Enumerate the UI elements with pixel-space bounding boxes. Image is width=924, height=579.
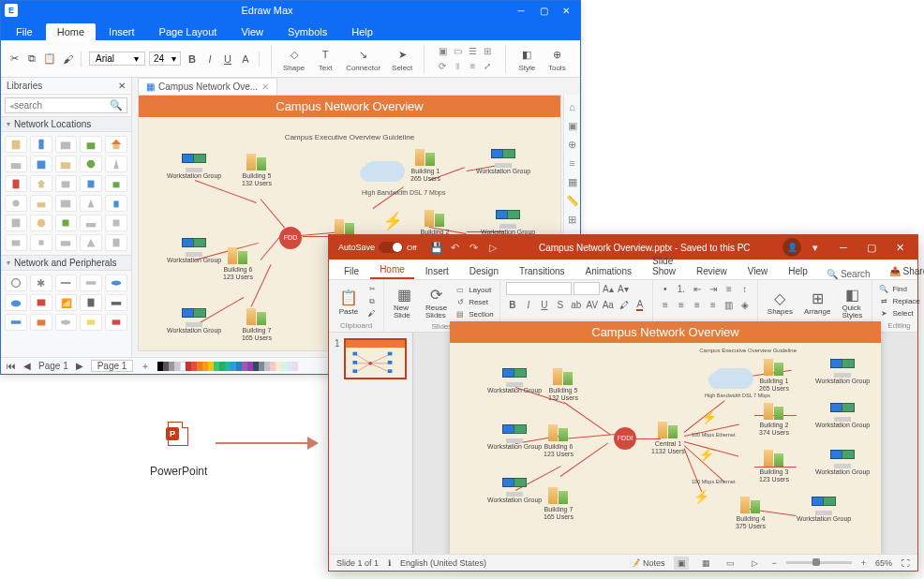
bold-icon[interactable]: B	[506, 298, 519, 311]
maximize-button[interactable]: ▢	[533, 3, 554, 18]
shape-generic11[interactable]	[55, 215, 78, 231]
underline-icon[interactable]: U	[538, 298, 551, 311]
shape-generic17[interactable]	[80, 234, 102, 251]
doc-tab-close-icon[interactable]: ✕	[261, 82, 269, 92]
category-network-locations[interactable]: ▾Network Locations	[1, 116, 131, 132]
text-dir-icon[interactable]: ↕	[738, 282, 752, 295]
indent-inc-icon[interactable]: ⇥	[707, 282, 720, 295]
shape-tool[interactable]: ◇Shape	[279, 45, 308, 72]
text-tool[interactable]: TText	[312, 45, 338, 72]
pp-tab-transitions[interactable]: Transitions	[510, 263, 574, 279]
document-tab[interactable]: ▦ Campus Network Ove... ✕	[138, 78, 277, 95]
pp-font-size-select[interactable]	[574, 282, 600, 295]
s-node-wg-ml[interactable]: Workstation Group	[487, 423, 542, 451]
node-fdd[interactable]: FDD	[279, 227, 302, 249]
shape-factory[interactable]	[5, 156, 27, 172]
slide-thumbnail-1[interactable]	[344, 338, 407, 379]
align-center-icon[interactable]: ≡	[675, 298, 688, 311]
layers-icon[interactable]: ≡	[466, 60, 479, 73]
shape-star[interactable]: ✱	[30, 275, 52, 291]
page-tab[interactable]: Page 1	[91, 360, 134, 372]
italic-icon[interactable]: I	[522, 298, 535, 311]
line-spacing-icon[interactable]: ≡	[723, 282, 736, 295]
shape-generic7[interactable]	[80, 195, 102, 212]
node-workstation-group-4[interactable]: Workstation Group	[481, 208, 535, 236]
tab-insert[interactable]: Insert	[97, 23, 146, 40]
font-family-select[interactable]: Arial▾	[89, 52, 145, 66]
undo-icon[interactable]: ↶	[449, 241, 462, 254]
copy-button[interactable]: ⧉	[366, 296, 378, 307]
pp-tab-animations[interactable]: Animations	[576, 263, 641, 279]
tab-symbols[interactable]: Symbols	[276, 23, 338, 40]
account-avatar[interactable]: 👤	[782, 238, 801, 257]
s-node-wg-br[interactable]: Workstation Group	[815, 448, 870, 476]
group-icon[interactable]: ⊞	[481, 45, 494, 58]
pp-tab-home[interactable]: Home	[370, 261, 414, 279]
shape-router[interactable]	[105, 275, 127, 291]
pp-tab-design[interactable]: Design	[460, 263, 508, 279]
node-building-7[interactable]: Building 7165 Users	[242, 306, 272, 341]
font-color-icon[interactable]: A	[633, 298, 647, 311]
shape-generic13[interactable]	[105, 215, 127, 231]
pp-tab-insert[interactable]: Insert	[416, 263, 458, 279]
font-color-icon[interactable]: A	[238, 52, 253, 67]
shape-datacenter[interactable]	[30, 156, 52, 172]
shape-server[interactable]	[80, 294, 102, 311]
zoom-in-icon[interactable]: +	[861, 558, 866, 568]
cut-button[interactable]: ✂	[366, 284, 378, 295]
layout-button[interactable]: ▭Layout	[455, 284, 494, 295]
tab-page-layout[interactable]: Page Layout	[148, 23, 229, 40]
shape-hub[interactable]	[5, 314, 27, 331]
pp-tab-help[interactable]: Help	[779, 263, 817, 279]
copy-icon[interactable]: ⧉	[24, 52, 39, 67]
replace-button[interactable]: ⇄Replace	[878, 296, 919, 307]
s-node-fddi[interactable]: FDDI	[614, 427, 636, 450]
page-nav-first-icon[interactable]: ⏮	[7, 361, 16, 371]
node-cloud[interactable]	[364, 161, 401, 182]
node-building-1[interactable]: Building 1265 Users	[410, 147, 440, 182]
italic-icon[interactable]: I	[202, 52, 217, 67]
normal-view-icon[interactable]: ▣	[674, 557, 689, 570]
minimize-button[interactable]: ─	[829, 235, 857, 260]
smartart-icon[interactable]: ◈	[738, 298, 752, 311]
s-node-bolt[interactable]: ⚡	[701, 410, 717, 424]
tab-home[interactable]: Home	[46, 23, 96, 40]
fit-icon[interactable]: ▣	[566, 119, 579, 132]
slideshow-icon[interactable]: ▷	[486, 241, 499, 254]
ruler-icon[interactable]: 📏	[566, 194, 579, 207]
shape-generic6[interactable]	[55, 195, 78, 212]
language-indicator[interactable]: English (United States)	[400, 558, 486, 568]
tab-file[interactable]: File	[5, 23, 44, 40]
library-search-input[interactable]	[14, 100, 110, 111]
pp-tab-slideshow[interactable]: Slide Show	[643, 253, 685, 279]
shape-generic15[interactable]	[30, 234, 52, 251]
shape-generic9[interactable]	[5, 215, 27, 231]
zoom-out-icon[interactable]: −	[771, 558, 776, 568]
arrange-button[interactable]: ⊞Arrange	[800, 286, 834, 318]
pp-tab-view[interactable]: View	[738, 263, 778, 279]
color-palette[interactable]	[157, 362, 298, 371]
shape-ring[interactable]	[5, 275, 27, 291]
s-node-b4[interactable]: Building 4375 Users	[736, 495, 766, 529]
new-slide-button[interactable]: ▦New Slide	[390, 282, 418, 321]
shape-generic18[interactable]	[105, 234, 127, 251]
s-node-cloud[interactable]	[712, 368, 750, 389]
format-painter-button[interactable]: 🖌	[366, 308, 378, 319]
s-node-wg-mr[interactable]: Workstation Group	[815, 401, 870, 429]
strike-icon[interactable]: S	[554, 298, 567, 311]
columns-icon[interactable]: ▥	[723, 298, 736, 311]
paste-button[interactable]: 📋Paste	[335, 286, 363, 318]
s-node-bolt2[interactable]: ⚡	[698, 448, 714, 462]
s-node-wg-tl[interactable]: Workstation Group	[487, 366, 542, 394]
slide-1[interactable]: Campus Network Overview Campus Executive…	[450, 321, 881, 565]
category-network-peripherals[interactable]: ▾Network and Peripherals	[1, 255, 131, 271]
section-button[interactable]: ▤Section	[455, 308, 494, 319]
shape-tower[interactable]	[30, 136, 52, 153]
s-node-wg-br2[interactable]: Workstation Group	[797, 495, 851, 523]
sorter-view-icon[interactable]: ▦	[698, 557, 713, 570]
s-node-b3[interactable]: Building 3123 Users	[759, 448, 789, 482]
grow-font-icon[interactable]: A▴	[602, 282, 615, 295]
panel-close-icon[interactable]: ✕	[118, 81, 126, 91]
style-tool[interactable]: ◧Style	[514, 45, 540, 72]
shape-campus[interactable]	[80, 136, 102, 153]
